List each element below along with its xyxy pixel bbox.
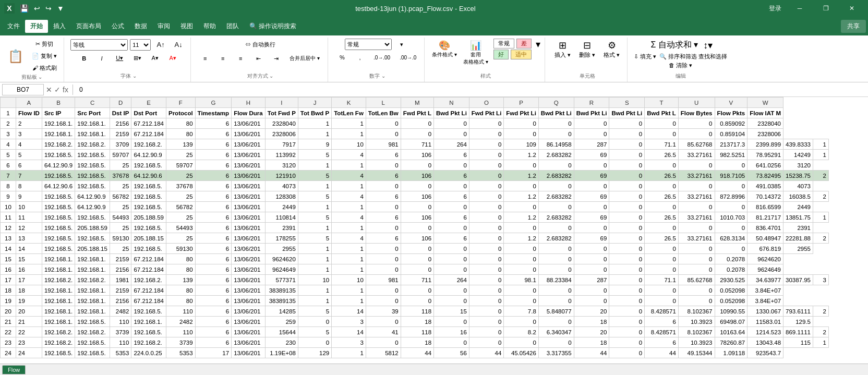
corner-header[interactable] <box>1 98 16 108</box>
cell-13-0[interactable]: 13 <box>16 233 42 244</box>
cell-12-1[interactable]: 192.168.5. <box>42 223 75 233</box>
cell-18-20[interactable]: 0 <box>678 285 715 296</box>
cell-5-18[interactable]: 0 <box>609 150 645 160</box>
cell-reference-input[interactable]: BO7 <box>2 84 44 95</box>
cell-15-13[interactable]: 0 <box>434 254 469 264</box>
cell-22-18[interactable]: 0 <box>609 327 645 337</box>
cell-16-8[interactable]: 9624649 <box>265 264 298 275</box>
col-header-g[interactable]: G <box>195 98 232 108</box>
cell-11-20[interactable]: 33.27161 <box>678 212 715 223</box>
col-header-e[interactable]: E <box>131 98 166 108</box>
cell-23-6[interactable]: 6 <box>195 337 232 348</box>
cell-19-3[interactable]: 2156 <box>110 296 131 306</box>
cell-10-16[interactable]: 0 <box>538 202 574 212</box>
cell-12-8[interactable]: 2391 <box>265 223 298 233</box>
cell-3-10[interactable]: 1 <box>332 129 366 139</box>
cell-20-11[interactable]: 39 <box>366 306 401 317</box>
cell-10-3[interactable]: 25 <box>110 202 131 212</box>
cell-10-21[interactable]: 0 <box>715 202 748 212</box>
cell-8-0[interactable]: 8 <box>16 181 42 191</box>
cell-23-1[interactable]: 192.168.2. <box>42 337 75 348</box>
cell-3-15[interactable]: 0 <box>504 129 539 139</box>
cell-6-6[interactable]: 6 <box>195 160 232 171</box>
cut-button[interactable]: ✂ 剪切 <box>29 39 59 50</box>
cell-2-12[interactable]: 0 <box>401 118 433 129</box>
cell-6-17[interactable]: 0 <box>574 160 609 171</box>
cell-7-2[interactable]: 192.168.5. <box>75 171 110 181</box>
cell-7-20[interactable]: 33.27161 <box>678 171 715 181</box>
cell-7-10[interactable]: 4 <box>332 171 366 181</box>
cell-5-21[interactable]: 982.5251 <box>715 150 748 160</box>
cell-19-5[interactable]: 80 <box>166 296 195 306</box>
cell-7-14[interactable]: 0 <box>469 171 504 181</box>
cell-15-22[interactable]: 9624620 <box>748 254 783 264</box>
cell-16-1[interactable]: 192.168.1. <box>42 264 75 275</box>
cell-24-15[interactable]: 45.05426 <box>504 348 539 358</box>
cell-7-11[interactable]: 6 <box>366 171 401 181</box>
cell-20-20[interactable]: 8.102367 <box>678 306 715 317</box>
cell-22-2[interactable]: 192.168.2. <box>75 327 110 337</box>
cell-11-10[interactable]: 4 <box>332 212 366 223</box>
cell-16-9[interactable]: 1 <box>298 264 331 275</box>
cell-17-10[interactable]: 10 <box>332 275 366 285</box>
login-button[interactable]: 登录 <box>765 3 786 14</box>
cell-2-6[interactable]: 6 <box>195 118 232 129</box>
cell-22-21[interactable]: 10163.64 <box>715 327 748 337</box>
cell-14-16[interactable]: 0 <box>538 244 574 254</box>
cell-22-20[interactable]: 8.102367 <box>678 327 715 337</box>
cell-13-6[interactable]: 6 <box>195 233 232 244</box>
cell-9-3[interactable]: 56782 <box>110 191 131 202</box>
cell-17-24[interactable]: 3 <box>813 275 829 285</box>
cell-15-14[interactable]: 0 <box>469 254 504 264</box>
cell-8-20[interactable]: 0 <box>678 181 715 191</box>
cell-16-12[interactable]: 0 <box>401 264 433 275</box>
cell-24-6[interactable]: 17 <box>195 348 232 358</box>
cell-7-13[interactable]: 6 <box>434 171 469 181</box>
cell-22-12[interactable]: 118 <box>401 327 433 337</box>
cell-10-1[interactable]: 192.168.5. <box>42 202 75 212</box>
cell-15-10[interactable]: 1 <box>332 254 366 264</box>
save-quick-btn[interactable]: 💾 <box>18 3 31 14</box>
cell-18-4[interactable]: 67.212.184 <box>131 285 166 296</box>
cell-12-13[interactable]: 0 <box>434 223 469 233</box>
col-header-t[interactable]: T <box>645 98 679 108</box>
row-num-11[interactable]: 11 <box>1 212 16 223</box>
cell-10-19[interactable]: 0 <box>645 202 679 212</box>
cell-6-3[interactable]: 25 <box>110 160 131 171</box>
number-format-select[interactable]: 常规 <box>345 39 392 50</box>
cell-18-5[interactable]: 80 <box>166 285 195 296</box>
cell-16-18[interactable]: 0 <box>609 264 645 275</box>
style-normal[interactable]: 常规 <box>493 39 514 49</box>
cell-14-1[interactable]: 192.168.5. <box>42 244 75 254</box>
cell-11-6[interactable]: 6 <box>195 212 232 223</box>
cell-12-12[interactable]: 0 <box>401 223 433 233</box>
menu-data[interactable]: 数据 <box>129 20 152 33</box>
cell-21-8[interactable]: 259 <box>265 317 298 327</box>
cell-2-1[interactable]: 192.168.1. <box>42 118 75 129</box>
cell-17-1[interactable]: 192.168.2. <box>42 275 75 285</box>
cell-3-20[interactable]: 0 <box>678 129 715 139</box>
cell-14-19[interactable]: 0 <box>645 244 679 254</box>
cell-15-11[interactable]: 0 <box>366 254 401 264</box>
cell-7-3[interactable]: 37678 <box>110 171 131 181</box>
cell-6-5[interactable]: 59707 <box>166 160 195 171</box>
cell-8-19[interactable]: 0 <box>645 181 679 191</box>
cell-d1[interactable]: Dst IP <box>110 108 131 118</box>
cell-14-14[interactable]: 0 <box>469 244 504 254</box>
row-num-21[interactable]: 21 <box>1 317 16 327</box>
cell-5-2[interactable]: 192.168.5. <box>75 150 110 160</box>
cell-11-16[interactable]: 2.683282 <box>538 212 574 223</box>
cell-10-18[interactable]: 0 <box>609 202 645 212</box>
cell-w1[interactable]: Flow IAT M <box>748 108 783 118</box>
cell-9-10[interactable]: 4 <box>332 191 366 202</box>
col-header-k[interactable]: K <box>332 98 366 108</box>
cell-18-0[interactable]: 18 <box>16 285 42 296</box>
cell-4-21[interactable]: 213717.3 <box>715 139 748 150</box>
cell-21-17[interactable]: 18 <box>574 317 609 327</box>
cell-23-13[interactable]: 0 <box>434 337 469 348</box>
cell-21-11[interactable]: 0 <box>366 317 401 327</box>
cell-17-0[interactable]: 17 <box>16 275 42 285</box>
cell-24-14[interactable]: 44 <box>469 348 504 358</box>
cell-14-10[interactable]: 1 <box>332 244 366 254</box>
cell-4-7[interactable]: 13/06/201 <box>232 139 266 150</box>
